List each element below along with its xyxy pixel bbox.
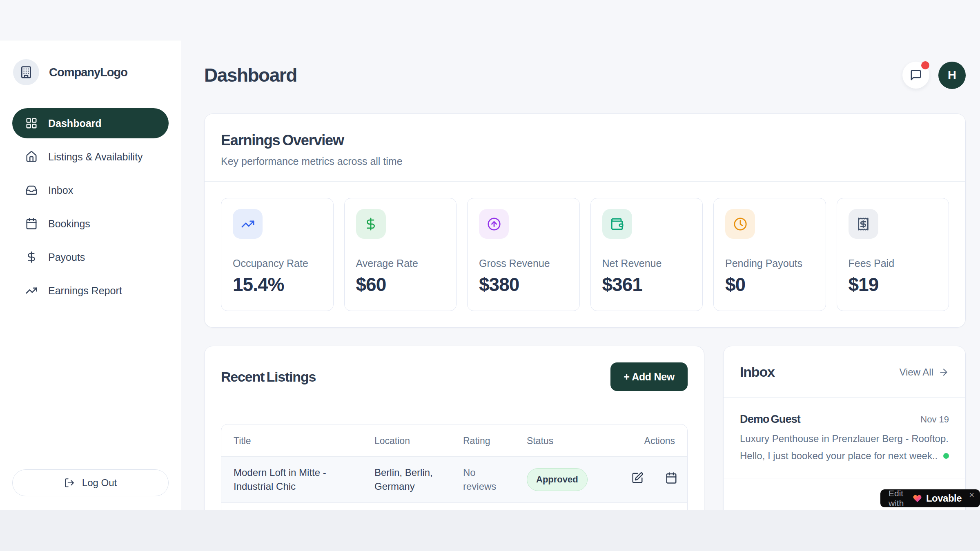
- dollar-sign-icon: [356, 209, 386, 239]
- view-all-label: View All: [899, 367, 933, 378]
- metric-card-pending-payouts: Pending Payouts $0: [713, 198, 826, 311]
- edit-listing-button[interactable]: [631, 472, 644, 485]
- inbox-title: Inbox: [740, 364, 775, 380]
- trending-up-icon: [233, 209, 263, 239]
- badge-brand: Lovable: [926, 493, 962, 504]
- main-content: Dashboard H Earnings Overview Key perfor…: [181, 0, 980, 510]
- log-out-icon: [64, 478, 75, 488]
- inbox-message[interactable]: Demo Guest Nov 19 Luxury Penthouse in Pr…: [724, 398, 965, 478]
- recent-listings-title: Recent Listings: [221, 369, 316, 385]
- listings-table: Title Location Rating Status Actions Mod…: [221, 424, 688, 510]
- metric-value: $60: [356, 273, 445, 295]
- sidebar-item-label: Bookings: [48, 218, 90, 230]
- column-header-rating: Rating: [463, 424, 527, 457]
- message-preview: Hello, I just booked your place for next…: [740, 450, 938, 462]
- sidebar-item-label: Listings & Availability: [48, 151, 143, 163]
- listing-rating-cell: No reviews: [463, 457, 527, 503]
- add-new-button[interactable]: + Add New: [610, 362, 688, 391]
- trending-up-icon: [25, 284, 38, 297]
- lovable-heart-icon: [913, 494, 922, 503]
- unread-dot: [943, 453, 949, 459]
- earnings-subtitle: Key performance metrics across all time: [221, 156, 949, 167]
- sidebar: CompanyLogo Dashboard Listings & Availab…: [0, 40, 181, 510]
- listing-title-cell: Modern Loft in Mitte - Industrial Chic: [221, 457, 374, 503]
- calendar-listing-button[interactable]: [665, 472, 677, 485]
- receipt-icon: [849, 209, 878, 239]
- metric-card-fees-paid: Fees Paid $19: [837, 198, 949, 311]
- edit-with-lovable-badge[interactable]: Edit with Lovable ×: [880, 489, 980, 507]
- metric-label: Occupancy Rate: [233, 258, 322, 269]
- wallet-icon: [602, 209, 632, 239]
- column-header-status: Status: [527, 424, 612, 457]
- metric-value: $361: [602, 273, 691, 295]
- recent-listings-card: Recent Listings + Add New Title Location…: [204, 346, 704, 510]
- metric-value: $19: [849, 273, 938, 295]
- metrics-row: Occupancy Rate 15.4% Average Rate $60 Gr…: [221, 182, 949, 311]
- layout-grid-icon: [25, 117, 38, 129]
- page-title: Dashboard: [204, 64, 297, 86]
- listing-location-cell: Berlin, Berlin, Germany: [374, 457, 463, 503]
- notification-dot: [921, 61, 929, 69]
- sidebar-item-payouts[interactable]: Payouts: [12, 242, 169, 272]
- calendar-icon: [25, 218, 38, 230]
- logout-button[interactable]: Log Out: [12, 469, 169, 496]
- table-header-row: Title Location Rating Status Actions: [221, 424, 687, 457]
- inbox-card: Inbox View All Demo Guest Nov 19 Luxury …: [723, 346, 966, 510]
- chat-button[interactable]: [902, 62, 929, 89]
- metric-card-occupancy-rate: Occupancy Rate 15.4%: [221, 198, 334, 311]
- status-badge: Approved: [527, 468, 588, 491]
- company-logo: CompanyLogo: [12, 59, 169, 85]
- sidebar-item-dashboard[interactable]: Dashboard: [12, 108, 169, 138]
- table-row: [221, 503, 687, 510]
- listing-status-cell: Approved: [527, 457, 612, 503]
- metric-value: $0: [725, 273, 814, 295]
- column-header-actions: Actions: [612, 424, 687, 457]
- building-icon: [13, 59, 39, 85]
- edit-icon: [631, 472, 644, 484]
- metric-card-net-revenue: Net Revenue $361: [590, 198, 703, 311]
- message-square-icon: [910, 69, 922, 81]
- metric-label: Average Rate: [356, 258, 445, 269]
- message-date: Nov 19: [920, 414, 949, 425]
- table-row: Modern Loft in Mitte - Industrial Chic B…: [221, 457, 687, 503]
- sidebar-item-label: Payouts: [48, 251, 85, 263]
- column-header-location: Location: [374, 424, 463, 457]
- app-window: CompanyLogo Dashboard Listings & Availab…: [0, 0, 980, 510]
- metric-label: Net Revenue: [602, 258, 691, 269]
- column-header-title: Title: [221, 424, 374, 457]
- home-icon: [25, 151, 38, 163]
- sidebar-item-label: Earnings Report: [48, 285, 122, 297]
- sidebar-item-earnings-report[interactable]: Earnings Report: [12, 276, 169, 306]
- metric-card-gross-revenue: Gross Revenue $380: [467, 198, 580, 311]
- sidebar-item-inbox[interactable]: Inbox: [12, 175, 169, 205]
- inbox-icon: [25, 184, 38, 196]
- divider: [205, 406, 704, 406]
- badge-close-icon[interactable]: ×: [969, 491, 974, 500]
- badge-prefix: Edit with: [889, 489, 909, 508]
- message-sender: Demo Guest: [740, 413, 800, 426]
- arrow-right-icon: [938, 367, 949, 378]
- topbar: Dashboard H: [204, 61, 966, 89]
- metric-label: Pending Payouts: [725, 258, 814, 269]
- sidebar-item-bookings[interactable]: Bookings: [12, 209, 169, 239]
- logout-label: Log Out: [82, 477, 117, 489]
- clock-icon: [725, 209, 755, 239]
- company-logo-text: CompanyLogo: [49, 66, 127, 79]
- metric-value: 15.4%: [233, 273, 322, 295]
- dollar-sign-icon: [25, 251, 38, 263]
- sidebar-item-label: Dashboard: [48, 118, 102, 129]
- sidebar-nav: Dashboard Listings & Availability Inbox …: [12, 108, 169, 306]
- metric-label: Gross Revenue: [479, 258, 568, 269]
- earnings-title: Earnings Overview: [221, 132, 949, 149]
- circle-arrow-up-icon: [479, 209, 509, 239]
- earnings-overview-card: Earnings Overview Key performance metric…: [204, 113, 966, 328]
- metric-label: Fees Paid: [849, 258, 938, 269]
- listing-actions-cell: [612, 457, 687, 503]
- message-subject: Luxury Penthouse in Prenzlauer Berg - Ro…: [740, 433, 949, 444]
- metric-value: $380: [479, 273, 568, 295]
- sidebar-item-label: Inbox: [48, 184, 73, 196]
- avatar[interactable]: H: [938, 62, 966, 89]
- view-all-link[interactable]: View All: [899, 367, 949, 378]
- calendar-icon: [665, 472, 677, 484]
- sidebar-item-listings[interactable]: Listings & Availability: [12, 142, 169, 172]
